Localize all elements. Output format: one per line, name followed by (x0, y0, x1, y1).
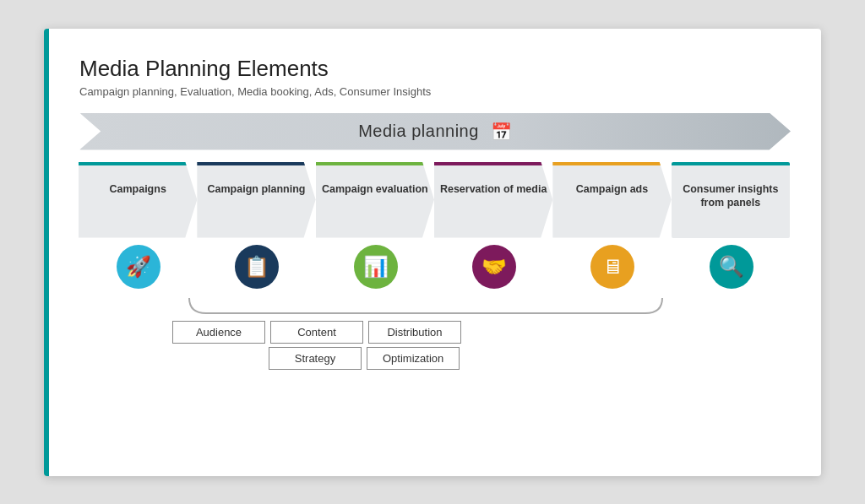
card-label-consumer-insights: Consumer insights from panels (677, 182, 785, 210)
process-item-campaign-planning: Campaign planning 📋 (198, 162, 316, 289)
calendar-icon: 📅 (491, 122, 512, 142)
process-item-campaign-ads: Campaign ads 🖥 (553, 162, 672, 289)
slide-subtitle: Campaign planning, Evaluation, Media boo… (79, 85, 791, 98)
label-optimization: Optimization (367, 347, 460, 370)
label-audience: Audience (172, 321, 265, 344)
process-card-campaigns: Campaigns (79, 162, 197, 238)
slide: Media Planning Elements Campaign plannin… (44, 29, 821, 476)
icon-reservation-media: 🤝 (472, 245, 516, 289)
process-card-campaign-evaluation: Campaign evaluation (316, 162, 434, 238)
process-card-consumer-insights: Consumer insights from panels (672, 162, 790, 238)
labels-row-2: Strategy Optimization (269, 347, 791, 370)
process-item-campaigns: Campaigns 🚀 (79, 162, 198, 289)
process-item-campaign-evaluation: Campaign evaluation 📊 (317, 162, 435, 289)
process-card-reservation-media: Reservation of media (434, 162, 552, 238)
label-content: Content (270, 321, 363, 344)
process-item-reservation-media: Reservation of media 🤝 (435, 162, 553, 289)
icon-campaign-evaluation: 📊 (354, 245, 398, 289)
process-flow: Campaigns 🚀 Campaign planning 📋 Campaign… (79, 162, 791, 289)
slide-title: Media Planning Elements (79, 56, 791, 82)
icon-consumer-insights: 🔍 (710, 245, 753, 289)
card-label-campaign-planning: Campaign planning (208, 182, 306, 196)
icon-campaigns: 🚀 (117, 245, 160, 289)
labels-row-1: Audience Content Distribution (172, 321, 791, 344)
label-strategy: Strategy (269, 347, 362, 370)
process-item-consumer-insights: Consumer insights from panels 🔍 (672, 162, 791, 289)
media-planning-banner: Media planning 📅 (79, 113, 791, 150)
labels-area: Audience Content Distribution Strategy O… (172, 321, 791, 370)
card-label-campaign-evaluation: Campaign evaluation (322, 182, 428, 196)
brace-svg (181, 294, 671, 319)
card-label-campaigns: Campaigns (109, 182, 166, 196)
label-distribution: Distribution (368, 321, 461, 344)
brace-connector (181, 294, 791, 319)
process-card-campaign-ads: Campaign ads (552, 162, 671, 238)
card-label-campaign-ads: Campaign ads (576, 182, 648, 196)
banner-text: Media planning (358, 122, 479, 141)
icon-campaign-ads: 🖥 (590, 245, 634, 289)
icon-campaign-planning: 📋 (235, 245, 279, 289)
process-card-campaign-planning: Campaign planning (197, 162, 315, 238)
card-label-reservation-media: Reservation of media (440, 182, 547, 196)
